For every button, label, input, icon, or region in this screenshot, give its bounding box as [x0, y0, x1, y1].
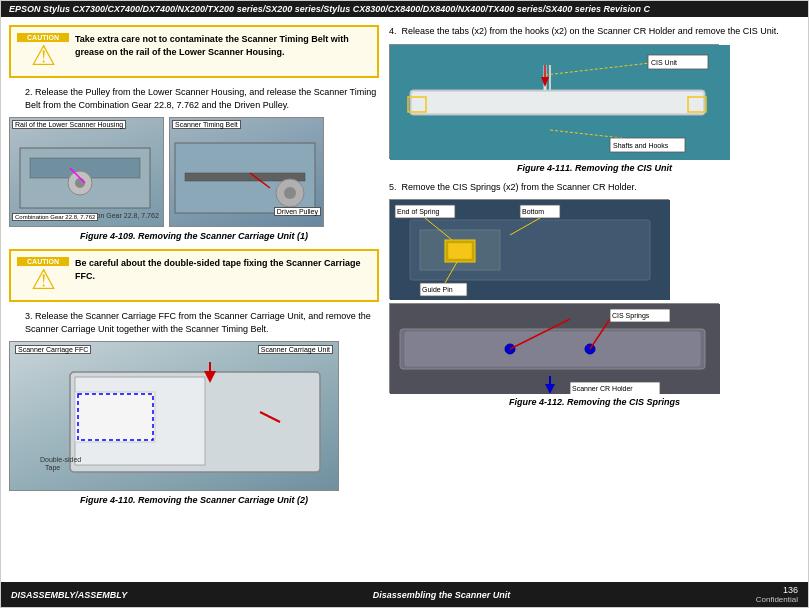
header-title: EPSON Stylus CX7300/CX7400/DX7400/NX200/… [9, 4, 650, 14]
step-2-number: 2. [25, 87, 33, 97]
main-content: CAUTION ⚠ Take extra care not to contami… [1, 17, 808, 582]
fig109-images: Rail of the Lower Scanner Housing Combin… [9, 117, 379, 227]
fig110-container: Scanner Carriage FFC Scanner Carriage Un… [9, 341, 379, 491]
page-footer: DISASSEMBLY/ASSEMBLY Disassembling the S… [1, 582, 808, 607]
step-3-text: 3. Release the Scanner Carriage FFC from… [9, 310, 379, 335]
fig111-caption: Figure 4-111. Removing the CIS Unit [389, 163, 800, 173]
svg-text:Tape: Tape [45, 464, 60, 472]
footer-right-group: 136 Confidential [756, 585, 798, 604]
step-5-container: 5. Remove the CIS Springs (x2) from the … [389, 181, 800, 194]
fig112-bot-image: CIS Springs Scanner CR Holder [389, 303, 719, 393]
caution-triangle-1: ⚠ [31, 42, 56, 70]
fig109-left-image: Rail of the Lower Scanner Housing Combin… [9, 117, 164, 227]
step-4-content: Release the tabs (x2) from the hooks (x2… [402, 26, 779, 36]
caution-strong-1: Take extra care not to contaminate the S… [75, 34, 349, 57]
fig112-bot-svg: CIS Springs Scanner CR Holder [390, 304, 720, 394]
svg-text:Shafts and Hooks: Shafts and Hooks [613, 142, 669, 149]
svg-point-9 [284, 187, 296, 199]
step-5-text: 5. Remove the CIS Springs (x2) from the … [389, 181, 800, 194]
fig109-left-svg: Combination Gear 22.8, 7.762 [10, 118, 163, 226]
caution-box-1: CAUTION ⚠ Take extra care not to contami… [9, 25, 379, 78]
step-2-text: 2. Release the Pulley from the Lower Sca… [9, 86, 379, 111]
caution-icon-2: CAUTION ⚠ [17, 257, 69, 294]
footer-confidential: Confidential [756, 595, 798, 604]
fig112-top-image: End of Spring Bottom Guide Pin [389, 199, 669, 299]
fig111-image: CIS Unit Shafts and Hooks [389, 44, 719, 159]
step-3-number: 3. [25, 311, 33, 321]
caution-strong-2: Be careful about the double-sided tape f… [75, 258, 361, 281]
fig109-caption: Figure 4-109. Removing the Scanner Carri… [9, 231, 379, 241]
fig112-caption: Figure 4-112. Removing the CIS Springs [389, 397, 800, 407]
fig110-svg: Double-sided Tape [10, 342, 338, 490]
page: EPSON Stylus CX7300/CX7400/DX7400/NX200/… [0, 0, 809, 608]
combo-label: Combination Gear 22.8, 7.762 [12, 213, 98, 221]
step-5-number: 5. [389, 182, 397, 192]
fig112-bot-container: CIS Springs Scanner CR Holder Figure 4-1… [389, 303, 800, 407]
fig110-image: Scanner Carriage FFC Scanner Carriage Un… [9, 341, 339, 491]
footer-page: 136 [756, 585, 798, 595]
left-column: CAUTION ⚠ Take extra care not to contami… [9, 25, 379, 574]
fig112-top-container: End of Spring Bottom Guide Pin [389, 199, 800, 299]
right-column: 4. Release the tabs (x2) from the hooks … [389, 25, 800, 574]
fig110-caption: Figure 4-110. Removing the Scanner Carri… [9, 495, 379, 505]
svg-text:End of Spring: End of Spring [397, 208, 440, 216]
caution-text-1: Take extra care not to contaminate the S… [75, 33, 371, 58]
svg-text:CIS Unit: CIS Unit [651, 59, 677, 66]
caution-icon-1: CAUTION ⚠ [17, 33, 69, 70]
caution-text-2: Be careful about the double-sided tape f… [75, 257, 371, 282]
fig111-container: CIS Unit Shafts and Hooks Figure 4-111. … [389, 44, 800, 173]
footer-chapter: Disassembling the Scanner Unit [373, 590, 511, 600]
step-4-container: 4. Release the tabs (x2) from the hooks … [389, 25, 800, 38]
fig111-svg: CIS Unit Shafts and Hooks [390, 45, 730, 160]
driven-label: Driven Pulley [274, 207, 321, 216]
svg-rect-38 [448, 243, 472, 259]
step-5-content: Remove the CIS Springs (x2) from the Sca… [402, 182, 637, 192]
step-2-content: Release the Pulley from the Lower Scanne… [25, 87, 376, 110]
svg-rect-21 [412, 92, 703, 113]
svg-point-3 [75, 178, 85, 188]
caution-box-2: CAUTION ⚠ Be careful about the double-si… [9, 249, 379, 302]
svg-text:Guide Pin: Guide Pin [422, 286, 453, 293]
svg-text:Double-sided: Double-sided [40, 456, 81, 463]
step-4-text: 4. Release the tabs (x2) from the hooks … [389, 25, 800, 38]
fig112-top-svg: End of Spring Bottom Guide Pin [390, 200, 670, 300]
step-4-number: 4. [389, 26, 397, 36]
fig109-right-image: Scanner Timing Belt Driven Pulley [169, 117, 324, 227]
svg-text:CIS Springs: CIS Springs [612, 312, 650, 320]
step-3-content: Release the Scanner Carriage FFC from th… [25, 311, 371, 334]
svg-rect-50 [405, 332, 700, 366]
footer-section: DISASSEMBLY/ASSEMBLY [11, 590, 127, 600]
svg-rect-13 [75, 392, 155, 442]
page-header: EPSON Stylus CX7300/CX7400/DX7400/NX200/… [1, 1, 808, 17]
svg-text:Scanner CR Holder: Scanner CR Holder [572, 385, 633, 392]
svg-text:Bottom: Bottom [522, 208, 544, 215]
caution-triangle-2: ⚠ [31, 266, 56, 294]
